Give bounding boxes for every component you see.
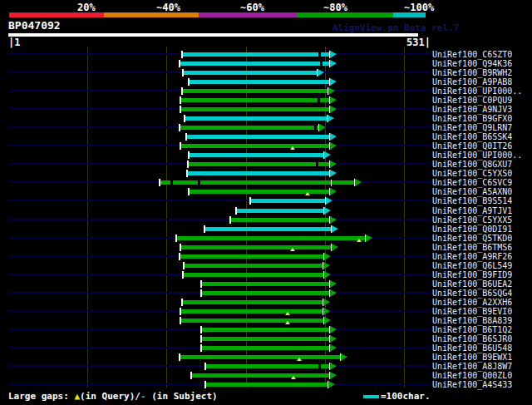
hit-label[interactable]: UniRef100_C5YXX5: [432, 216, 512, 225]
scale-segment-cyan: [393, 12, 426, 17]
arrowhead-icon: [326, 197, 332, 205]
alignment-bar[interactable]: [181, 98, 329, 102]
alignment-bar[interactable]: [177, 236, 365, 240]
hit-label[interactable]: UniRef100_A5AXN0: [432, 188, 512, 196]
alignment-bar[interactable]: [202, 337, 329, 341]
alignment-start-tick: [179, 353, 180, 361]
alignment-bar[interactable]: [181, 319, 323, 323]
hit-label[interactable]: UniRef100_A9TJV1: [432, 207, 512, 215]
watermark-text: AlignView.pm Beta rel.7: [332, 23, 459, 32]
alignment-start-tick: [200, 344, 202, 352]
alignment-bar[interactable]: [231, 218, 329, 222]
alignment-bar[interactable]: [181, 107, 329, 111]
alignment-bar[interactable]: [192, 373, 329, 378]
hit-label[interactable]: UniRef100_B9EVI0: [432, 308, 512, 316]
alignment-bar[interactable]: [183, 52, 329, 57]
hit-label[interactable]: UniRef100_B6T1Q2: [432, 326, 512, 334]
alignment-bar[interactable]: [181, 309, 323, 314]
hit-label[interactable]: UniRef100_B6U548: [432, 344, 512, 353]
subject-gap-dash: [316, 162, 318, 166]
hit-label[interactable]: UniRef100_C6SZT0: [432, 51, 512, 59]
alignment-bar[interactable]: [184, 273, 323, 277]
hit-label[interactable]: UniRef100_B9RWH2: [432, 69, 512, 77]
arrowhead-icon: [323, 308, 330, 315]
subject-gap-dash: [198, 180, 200, 185]
arrowhead-icon: [330, 335, 337, 343]
alignment-bar[interactable]: [180, 62, 329, 66]
subject-row-line: [8, 219, 430, 220]
hit-label[interactable]: UniRef100_B6TMS6: [432, 244, 512, 252]
alignment-bar[interactable]: [180, 254, 323, 259]
query-gap-marker: [357, 239, 362, 242]
hit-label[interactable]: UniRef100_Q0DI91: [432, 225, 512, 234]
alignment-bar[interactable]: [206, 364, 329, 368]
hit-label[interactable]: UniRef100_C6SVC9: [432, 179, 512, 187]
hit-label[interactable]: UniRef100_Q00ZL0: [432, 372, 512, 380]
hit-label[interactable]: UniRef100_Q6L549: [432, 262, 512, 270]
hit-label[interactable]: UniRef100_C0PQU9: [432, 96, 512, 105]
hit-label[interactable]: UniRef100_B9S514: [432, 197, 512, 205]
alignment-bar[interactable]: [184, 71, 317, 75]
alignment-start-tick: [235, 207, 237, 215]
hit-label[interactable]: UniRef100_A8J8W7: [432, 363, 512, 371]
alignment-start-tick: [182, 69, 184, 77]
query-gap-marker: [291, 376, 296, 379]
hit-label[interactable]: UniRef100_Q8GXU7: [432, 161, 512, 169]
alignment-bar[interactable]: [205, 227, 331, 231]
arrowhead-icon: [324, 271, 331, 279]
alignment-start-tick: [180, 106, 181, 113]
alignment-start-tick: [204, 363, 206, 370]
alignment-bar[interactable]: [183, 89, 328, 93]
hit-label[interactable]: UniRef100_B6SQG4: [432, 289, 512, 298]
hit-label[interactable]: UniRef100_A9RF26: [432, 253, 512, 261]
alignment-start-tick: [180, 308, 181, 315]
segment-boundary-tick: [331, 180, 332, 186]
hit-label[interactable]: UniRef100_A9NJV3: [432, 106, 512, 114]
hit-label[interactable]: UniRef100_UPI000..: [432, 151, 522, 160]
hit-label[interactable]: UniRef100_Q9LRN7: [432, 124, 512, 132]
alignment-bar[interactable]: [188, 171, 329, 175]
alignment-bar[interactable]: [237, 209, 323, 213]
alignment-bar[interactable]: [190, 80, 329, 84]
hit-label[interactable]: UniRef100_Q0IT26: [432, 142, 512, 151]
hit-label[interactable]: UniRef100_UPI000..: [432, 87, 522, 96]
alignment-bar[interactable]: [206, 383, 328, 387]
alignment-bar[interactable]: [180, 355, 340, 359]
alignment-bar[interactable]: [202, 346, 329, 350]
alignment-start-tick: [188, 78, 190, 86]
alignment-bar[interactable]: [185, 264, 323, 268]
alignment-start-tick: [200, 289, 202, 297]
hit-label[interactable]: UniRef100_B8A839: [432, 317, 512, 325]
hit-label[interactable]: UniRef100_B9FID9: [432, 271, 512, 279]
alignment-bar[interactable]: [183, 300, 323, 304]
hit-label[interactable]: UniRef100_B9EWX1: [432, 353, 512, 362]
subject-gap-dash: [318, 98, 320, 102]
hit-label[interactable]: UniRef100_C5YXS0: [432, 170, 512, 178]
gridline-200: [166, 47, 167, 388]
arrowhead-icon: [324, 253, 331, 260]
arrowhead-icon: [330, 60, 337, 67]
hit-label[interactable]: UniRef100_B6SJR0: [432, 335, 512, 343]
hit-label[interactable]: UniRef100_Q94K36: [432, 60, 512, 68]
alignment-start-tick: [187, 161, 189, 168]
alignment-bar[interactable]: [202, 291, 329, 295]
hit-label[interactable]: UniRef100_Q5TKD0: [432, 235, 512, 243]
hit-label[interactable]: UniRef100_B6UEA2: [432, 280, 512, 289]
hit-label[interactable]: UniRef100_B6SSK4: [432, 133, 512, 141]
hit-label[interactable]: UniRef100_B9GFX0: [432, 115, 512, 123]
alignment-bar[interactable]: [160, 180, 354, 185]
alignment-bar[interactable]: [251, 199, 325, 203]
hit-label[interactable]: UniRef100_A9PAB8: [432, 78, 512, 86]
alignment-bar[interactable]: [187, 135, 329, 139]
hit-label[interactable]: UniRef100_A4S433: [432, 381, 512, 389]
alignment-bar[interactable]: [180, 126, 318, 130]
alignment-bar[interactable]: [202, 282, 329, 286]
alignment-start-tick: [200, 326, 202, 333]
alignment-bar[interactable]: [202, 328, 329, 332]
alignment-bar[interactable]: [185, 116, 327, 121]
alignment-bar[interactable]: [181, 245, 331, 249]
alignment-bar[interactable]: [190, 153, 323, 157]
alignment-bar[interactable]: [189, 162, 329, 166]
hit-label[interactable]: UniRef100_A2XXH6: [432, 299, 512, 307]
alignment-bar[interactable]: [181, 144, 329, 148]
